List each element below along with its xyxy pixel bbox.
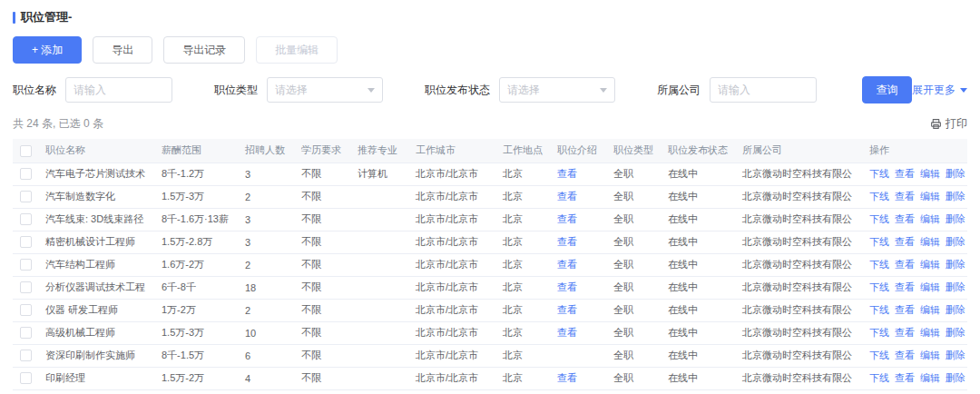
row-action-view[interactable]: 查看 <box>895 236 915 247</box>
row-action-edit[interactable]: 编辑 <box>920 168 940 179</box>
row-action-offline[interactable]: 下线 <box>869 372 889 383</box>
row-action-offline[interactable]: 下线 <box>869 350 889 360</box>
row-action-delete[interactable]: 删除 <box>946 304 965 315</box>
cell-status: 在线中 <box>661 299 735 321</box>
intro-view-link[interactable]: 查看 <box>557 213 577 224</box>
cell-status: 在线中 <box>661 185 735 208</box>
cell-company: 北京微动时空科技有限公 <box>735 253 862 276</box>
cell-location: 北京 <box>495 367 550 389</box>
row-checkbox[interactable] <box>20 327 32 339</box>
row-action-delete[interactable]: 删除 <box>946 236 965 247</box>
batch-edit-button[interactable]: 批量编辑 <box>256 36 338 64</box>
row-select-cell <box>13 253 38 276</box>
intro-view-link[interactable]: 查看 <box>557 259 577 270</box>
search-button[interactable]: 查询 <box>862 76 912 103</box>
row-action-view[interactable]: 查看 <box>895 350 915 360</box>
row-action-delete[interactable]: 删除 <box>946 350 965 360</box>
row-action-offline[interactable]: 下线 <box>869 191 889 202</box>
row-checkbox[interactable] <box>20 281 32 293</box>
job-type-select[interactable]: 请选择 <box>267 77 383 103</box>
row-checkbox[interactable] <box>20 350 32 361</box>
row-action-view[interactable]: 查看 <box>895 304 915 315</box>
row-action-delete[interactable]: 删除 <box>946 191 965 202</box>
row-action-view[interactable]: 查看 <box>895 191 915 202</box>
intro-view-link[interactable]: 查看 <box>557 236 577 247</box>
row-action-delete[interactable]: 删除 <box>946 372 965 383</box>
row-checkbox[interactable] <box>20 191 32 202</box>
cell-actions: 下线查看编辑删除 <box>862 299 967 321</box>
row-action-delete[interactable]: 删除 <box>946 168 965 179</box>
intro-view-link[interactable]: 查看 <box>557 191 577 202</box>
row-checkbox[interactable] <box>20 213 32 225</box>
page-title-text: 职位管理- <box>21 9 72 25</box>
row-action-offline[interactable]: 下线 <box>869 304 889 315</box>
row-checkbox[interactable] <box>20 236 32 248</box>
cell-city: 北京市/北京市 <box>408 231 495 253</box>
row-action-view[interactable]: 查看 <box>895 213 915 224</box>
add-button[interactable]: + 添加 <box>13 36 82 64</box>
row-action-delete[interactable]: 删除 <box>946 281 965 292</box>
row-checkbox[interactable] <box>20 304 32 316</box>
company-input[interactable] <box>710 77 817 103</box>
intro-view-link[interactable]: 查看 <box>557 327 577 338</box>
row-action-offline[interactable]: 下线 <box>869 236 889 247</box>
row-checkbox[interactable] <box>20 168 32 180</box>
intro-view-link[interactable]: 查看 <box>557 281 577 292</box>
export-records-button[interactable]: 导出记录 <box>163 36 245 64</box>
print-button[interactable]: 打印 <box>930 116 967 132</box>
row-action-offline[interactable]: 下线 <box>869 168 889 179</box>
filter-job-name: 职位名称 <box>13 77 172 103</box>
cell-type: 全职 <box>606 344 661 367</box>
cell-major <box>350 276 408 299</box>
row-select-cell <box>13 321 38 344</box>
row-action-edit[interactable]: 编辑 <box>920 281 940 292</box>
row-checkbox[interactable] <box>20 372 32 384</box>
cell-intro: 查看 <box>550 185 606 208</box>
expand-more-link[interactable]: 展开更多 <box>912 83 967 98</box>
row-action-offline[interactable]: 下线 <box>869 281 889 292</box>
row-action-view[interactable]: 查看 <box>895 327 915 338</box>
row-action-edit[interactable]: 编辑 <box>920 213 940 224</box>
intro-view-link[interactable]: 查看 <box>557 372 577 383</box>
row-action-view[interactable]: 查看 <box>895 372 915 383</box>
cell-type: 全职 <box>606 163 661 185</box>
cell-location: 北京 <box>495 344 550 367</box>
cell-city: 北京市/北京市 <box>408 208 495 231</box>
row-action-edit[interactable]: 编辑 <box>920 259 940 270</box>
title-accent-bar <box>13 12 15 24</box>
cell-type: 全职 <box>606 231 661 253</box>
row-action-edit[interactable]: 编辑 <box>920 327 940 338</box>
publish-status-select[interactable]: 请选择 <box>499 77 615 103</box>
row-action-offline[interactable]: 下线 <box>869 327 889 338</box>
row-action-edit[interactable]: 编辑 <box>920 191 940 202</box>
cell-status: 在线中 <box>661 163 735 185</box>
row-action-edit[interactable]: 编辑 <box>920 304 940 315</box>
cell-count: 6 <box>238 344 294 367</box>
cell-count: 2 <box>238 299 294 321</box>
row-action-view[interactable]: 查看 <box>895 168 915 179</box>
row-action-delete[interactable]: 删除 <box>946 213 965 224</box>
row-action-view[interactable]: 查看 <box>895 259 915 270</box>
intro-view-link[interactable]: 查看 <box>557 168 577 179</box>
row-action-delete[interactable]: 删除 <box>946 327 965 338</box>
cell-status: 在线中 <box>661 276 735 299</box>
row-checkbox[interactable] <box>20 259 32 271</box>
job-management-page: 职位管理- + 添加 导出 导出记录 批量编辑 职位名称 职位类型 请选择 职位… <box>0 0 980 394</box>
row-action-edit[interactable]: 编辑 <box>920 236 940 247</box>
row-action-view[interactable]: 查看 <box>895 281 915 292</box>
cell-salary: 1.5万-3万 <box>154 321 238 344</box>
row-action-edit[interactable]: 编辑 <box>920 350 940 360</box>
row-action-offline[interactable]: 下线 <box>869 259 889 270</box>
row-action-delete[interactable]: 删除 <box>946 259 965 270</box>
cell-type: 全职 <box>606 321 661 344</box>
export-button[interactable]: 导出 <box>93 36 152 64</box>
select-all-checkbox[interactable] <box>20 145 32 157</box>
job-name-input[interactable] <box>65 77 172 103</box>
job-type-select-placeholder: 请选择 <box>275 83 308 98</box>
cell-company: 北京微动时空科技有限公 <box>735 321 862 344</box>
intro-view-link[interactable]: 查看 <box>557 304 577 315</box>
row-action-edit[interactable]: 编辑 <box>920 372 940 383</box>
row-action-offline[interactable]: 下线 <box>869 213 889 224</box>
cell-salary: 6千-8千 <box>154 276 238 299</box>
filter-company: 所属公司 <box>657 77 817 103</box>
